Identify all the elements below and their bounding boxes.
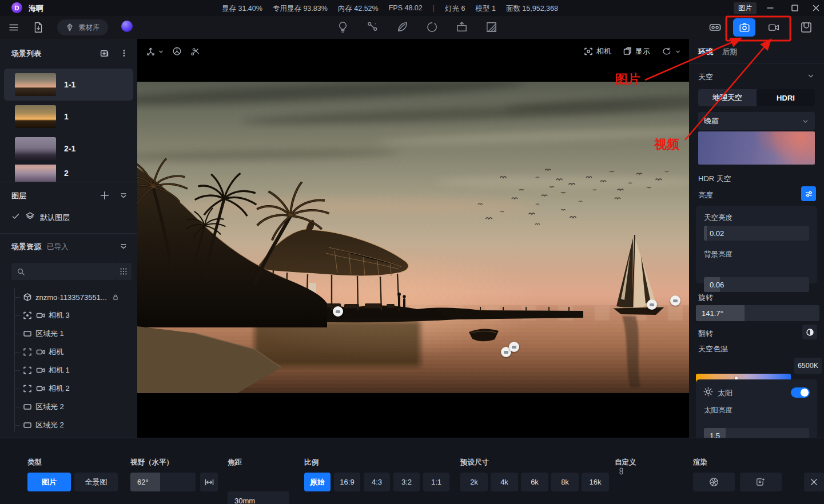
fov-input[interactable]: 62°	[130, 473, 196, 491]
add-to-render-queue-button[interactable]	[740, 473, 782, 491]
close-button[interactable]	[811, 3, 821, 13]
scene-item[interactable]: 1	[4, 101, 133, 133]
render-queue-icon	[755, 477, 766, 487]
menu-button[interactable]	[8, 22, 19, 33]
scene-item[interactable]: 1-1	[4, 69, 133, 101]
scene-list-title: 场景列表	[11, 49, 41, 59]
ratio-3-2-button[interactable]: 3:2	[393, 473, 420, 491]
sky-collapse-button[interactable]	[807, 72, 815, 80]
light-gizmo-marker[interactable]	[647, 299, 657, 310]
sun-toggle[interactable]	[791, 387, 810, 398]
measure-tool-button[interactable]	[190, 46, 201, 57]
material-tool-icon[interactable]	[366, 21, 379, 34]
hdri-option[interactable]: HDRI	[757, 89, 815, 106]
color-temp-value: 6500K	[794, 358, 822, 374]
transform-tool-button[interactable]	[145, 46, 164, 57]
wind-tool-icon[interactable]	[425, 21, 439, 34]
ratio-1-1-button[interactable]: 1:1	[423, 473, 449, 491]
gizmo-tool-button[interactable]	[172, 46, 182, 57]
minimize-button[interactable]	[765, 3, 775, 13]
type-image-button[interactable]: 图片	[27, 473, 71, 491]
scene-item[interactable]: 2-1	[4, 133, 133, 165]
viewport-sync-dropdown[interactable]	[662, 47, 681, 57]
chevron-down-icon	[675, 49, 681, 55]
scene-menu-button[interactable]	[120, 49, 129, 58]
render-image-button[interactable]	[733, 18, 755, 37]
sky-brightness-input[interactable]: 0.02	[704, 226, 809, 241]
tray-button[interactable]	[799, 21, 813, 34]
preset-8k-button[interactable]: 8k	[551, 473, 579, 491]
light-gizmo-marker[interactable]	[670, 295, 680, 306]
scene-item[interactable]: 2	[4, 165, 133, 182]
ratio-original-button[interactable]: 原始	[304, 473, 331, 491]
material-ball-icon[interactable]	[121, 21, 133, 32]
maximize-button[interactable]	[790, 3, 800, 13]
tree-item-camera[interactable]: 相机 3	[0, 306, 137, 325]
resources-title: 场景资源	[11, 242, 41, 252]
tree-item-camera[interactable]: 相机 2	[0, 379, 137, 398]
tab-post[interactable]: 后期	[722, 47, 737, 57]
viewport-camera-button[interactable]: 相机	[584, 46, 611, 57]
hdri-preview[interactable]	[698, 131, 815, 165]
light-gizmo-marker[interactable]	[333, 306, 343, 317]
render-image[interactable]	[137, 82, 689, 393]
focus-frame-icon	[23, 366, 32, 375]
tree-item-arealight[interactable]: 区域光 2	[0, 398, 137, 416]
collapse-resources-button[interactable]	[119, 242, 128, 251]
collapse-layers-button[interactable]	[119, 191, 128, 200]
preset-2k-button[interactable]: 2k	[460, 473, 488, 491]
vr-button[interactable]	[708, 21, 722, 34]
sky-brightness-label: 天空亮度	[704, 213, 733, 223]
ratio-16-9-button[interactable]: 16:9	[334, 473, 360, 491]
section-tool-icon[interactable]	[485, 21, 498, 34]
tree-item-model[interactable]: znzmo-1133573551...	[0, 288, 137, 306]
import-button[interactable]	[32, 21, 45, 34]
flip-button[interactable]	[802, 325, 817, 339]
lock-icon	[112, 293, 120, 301]
close-icon	[810, 478, 818, 486]
tree-item-arealight[interactable]: 区域光 2	[0, 416, 137, 434]
preset-4k-button[interactable]: 4k	[491, 473, 518, 491]
link-icon[interactable]	[618, 467, 625, 475]
model-export-tool-icon[interactable]	[455, 21, 468, 34]
fov-drag-button[interactable]	[200, 473, 218, 491]
sun-label: 太阳	[718, 388, 733, 398]
preset-6k-button[interactable]: 6k	[521, 473, 548, 491]
vegetation-tool-icon[interactable]	[396, 21, 409, 34]
tree-item-arealight[interactable]: 区域光 1	[0, 325, 137, 343]
add-layer-button[interactable]	[99, 190, 110, 201]
ratio-4-3-button[interactable]: 4:3	[364, 473, 390, 491]
preset-16k-button[interactable]: 16k	[582, 473, 609, 491]
viewport[interactable]: 相机 显示	[137, 39, 689, 438]
layer-visible-check-icon[interactable]	[11, 212, 20, 221]
camera-icon	[738, 21, 751, 34]
tree-item-camera[interactable]: 相机	[0, 343, 137, 361]
chevron-down-icon	[158, 49, 164, 55]
light-gizmo-marker[interactable]	[509, 342, 519, 352]
rotation-input[interactable]: 141.7°	[696, 305, 819, 321]
bg-brightness-input[interactable]: 0.06	[704, 277, 809, 292]
model-cube-icon	[23, 293, 32, 302]
resources-filter[interactable]: 已导入	[47, 242, 69, 252]
area-light-icon	[23, 329, 32, 338]
focal-label: 焦距	[228, 458, 242, 467]
focal-input[interactable]: 30mm	[228, 491, 289, 504]
asset-library-button[interactable]: 素材库	[57, 19, 108, 35]
light-tool-icon[interactable]	[336, 21, 349, 34]
render-now-button[interactable]	[693, 473, 735, 491]
camcorder-icon	[36, 311, 45, 320]
render-label: 渲染	[693, 458, 707, 467]
hdri-preset-dropdown[interactable]: 晚霞	[698, 112, 815, 130]
viewport-display-button[interactable]: 显示	[623, 46, 650, 57]
render-video-button[interactable]	[762, 18, 785, 37]
tree-item-camera[interactable]: 相机 1	[0, 361, 137, 379]
type-pano-button[interactable]: 全景图	[74, 473, 118, 491]
geo-sky-option[interactable]: 地理天空	[698, 89, 757, 106]
tab-environment[interactable]: 环境	[698, 47, 713, 57]
close-render-bar-button[interactable]	[804, 473, 824, 491]
default-layer-label[interactable]: 默认图层	[40, 213, 70, 223]
brightness-settings-button[interactable]	[801, 186, 816, 201]
add-scene-button[interactable]	[99, 49, 109, 58]
resource-search-input[interactable]	[11, 263, 116, 280]
resource-view-toggle-button[interactable]	[116, 263, 132, 280]
